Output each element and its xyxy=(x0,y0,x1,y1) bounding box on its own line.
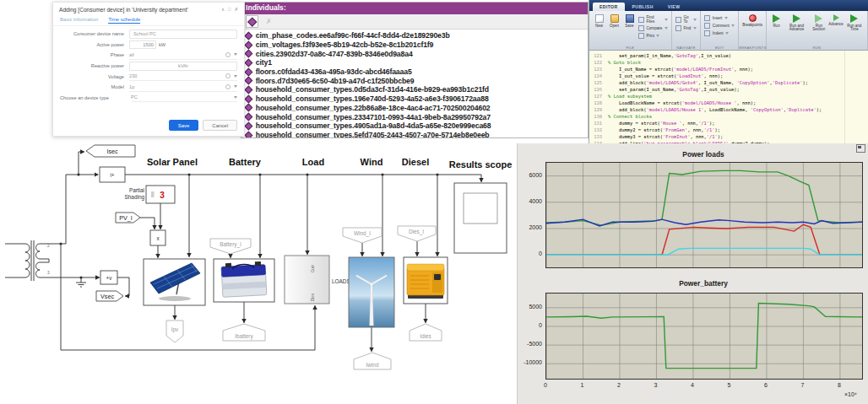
code-line[interactable]: LoadBlockName = strcat('model/LOADS/Hous… xyxy=(608,100,822,106)
code-line[interactable]: add_block('model/LOADS/Goto4', I_out_Nam… xyxy=(608,79,822,86)
maximize-icon[interactable]: □ xyxy=(228,7,231,12)
insert-button[interactable]: Insert xyxy=(704,15,735,21)
phase-field[interactable]: all xyxy=(129,51,237,60)
line-number[interactable]: 131 xyxy=(589,120,602,127)
chevron-down-icon[interactable] xyxy=(234,75,237,78)
list-item[interactable]: household_consumer_types.23347101-0993-4… xyxy=(246,112,583,121)
line-number[interactable]: 132 xyxy=(589,127,602,133)
cancel-button[interactable]: Cancel xyxy=(203,120,237,131)
open-button[interactable]: Open xyxy=(608,13,621,28)
new-button[interactable]: New xyxy=(593,13,605,28)
line-number[interactable]: 133 xyxy=(589,133,602,140)
advance-button[interactable]: Advance xyxy=(830,13,843,26)
line-number[interactable]: 122 xyxy=(589,59,602,66)
voltage-field[interactable]: 230 xyxy=(129,72,237,81)
code-line[interactable]: dummy3 = strcat('FromInut', nnn,'/1'); xyxy=(608,133,822,140)
save-button[interactable]: Save xyxy=(623,13,636,28)
list-item[interactable]: household_consumer_types.5efd7405-2443-4… xyxy=(246,131,583,137)
chevron-down-icon[interactable] xyxy=(234,85,237,88)
line-number[interactable]: 127 xyxy=(589,93,602,100)
line-number[interactable]: 121 xyxy=(589,52,602,59)
line-number[interactable]: 129 xyxy=(589,106,602,113)
code-line[interactable]: add_block('model/LOADS/House 1', LoadBlo… xyxy=(608,106,822,113)
delete-individual-icon[interactable]: ✗ xyxy=(266,19,272,25)
isec-tag[interactable]: Isec xyxy=(86,145,135,157)
code-lines[interactable]: set_param(I_in_Name,'GotoTag',I_in_value… xyxy=(604,51,822,145)
run-time-button[interactable]: Run and Time xyxy=(845,13,864,32)
model-field[interactable]: 1p xyxy=(129,83,237,92)
line-number[interactable]: 128 xyxy=(589,100,602,106)
line-number[interactable]: 125 xyxy=(589,79,602,86)
clear-icon[interactable] xyxy=(225,84,231,90)
code-line[interactable]: % Load subsystem xyxy=(608,93,822,100)
active-power-field[interactable]: 1500kW xyxy=(129,40,237,49)
list-item[interactable]: city1 xyxy=(246,58,583,67)
code-line[interactable]: I_out_Name = strcat('model/LOADS/FromInu… xyxy=(608,66,822,73)
code-line[interactable]: % Goto block xyxy=(608,59,822,66)
vsec-tag[interactable]: Vsec xyxy=(96,291,123,301)
code-line[interactable]: set_param(I_in_Name,'GotoTag',I_in_value… xyxy=(608,52,822,59)
collapse-icon[interactable]: ∧ xyxy=(221,7,225,12)
list-item[interactable]: household_consumer_types.196e740d-5293-4… xyxy=(246,94,583,104)
iwind-tag[interactable]: Iwind xyxy=(354,353,391,369)
list-item[interactable]: household_consumer_types.4905ad1a-9a8d-4… xyxy=(246,121,583,131)
code-line[interactable]: dummy2 = strcat('FromGen', nnn,'/1'); xyxy=(608,127,822,133)
pv-i-tag[interactable]: PV_I xyxy=(116,213,140,223)
line-number[interactable]: 123 xyxy=(589,66,602,73)
choose-an-device-type-field[interactable]: PC xyxy=(131,93,237,102)
results-scope-block[interactable] xyxy=(454,183,507,253)
line-number[interactable]: 130 xyxy=(589,113,602,120)
code-line[interactable]: dummy = strcat('House ', nnn,'/1'); xyxy=(608,120,822,127)
battery-i-tag[interactable]: Battery_I xyxy=(210,239,251,254)
loads-block[interactable]: Curr Dies xyxy=(285,256,329,304)
consumer-device-name-field[interactable]: School PC xyxy=(129,30,237,39)
solar-panel-block[interactable] xyxy=(144,259,205,305)
compare-button[interactable]: Compare xyxy=(638,25,668,31)
find-files-button[interactable]: Find Files xyxy=(638,15,668,24)
list-item[interactable]: cim_phase_codes.ee6af99c-f66f-44cf-8dd4-… xyxy=(246,31,583,40)
list-item[interactable]: floors.d7d30e65-6c50-4b19-a47d-c1f250bbc… xyxy=(246,76,583,85)
close-icon[interactable]: ✗ xyxy=(234,7,238,12)
ibattery-tag[interactable]: Ibattery xyxy=(223,324,265,341)
idies-tag[interactable]: Idies xyxy=(410,324,442,341)
print-button[interactable]: Print xyxy=(638,33,668,39)
ipv-tag[interactable]: Ipv xyxy=(166,321,183,342)
tab-publish[interactable]: PUBLISH xyxy=(626,3,660,11)
line-number[interactable]: 126 xyxy=(589,86,602,93)
battery-block[interactable] xyxy=(214,259,274,302)
add-individual-button[interactable] xyxy=(246,15,258,28)
voltage-sensor-block[interactable]: +v xyxy=(100,271,117,284)
tab-time-schedule[interactable]: Time schedule xyxy=(108,17,140,24)
run-advance-button[interactable]: Run and Advance xyxy=(785,13,808,32)
list-item[interactable]: floors.c0fdad43-436a-495a-93dc-abcd46faa… xyxy=(246,67,583,77)
reactive-power-field[interactable]: kVAr xyxy=(129,62,237,71)
list-item[interactable]: cities.23902d37-0a8c-4747-839b-8346e0d9a… xyxy=(246,49,583,58)
diesel-generator-block[interactable] xyxy=(404,257,448,304)
current-sensor-block[interactable]: i+ xyxy=(100,167,125,182)
run-button[interactable]: Run xyxy=(770,13,783,28)
go-to-button[interactable]: Go To xyxy=(675,15,697,24)
partial-shading-block[interactable]: 3 xyxy=(146,186,175,203)
matlab-code-area[interactable]: 1211221231241251261271281291301311321331… xyxy=(589,51,868,145)
save-button[interactable]: Save xyxy=(169,120,199,131)
list-item[interactable]: household_consumer_types.22b86a8e-18ce-4… xyxy=(246,104,583,113)
tab-view[interactable]: VIEW xyxy=(661,3,687,11)
wind-i-tag[interactable]: Wind_I xyxy=(343,228,382,243)
breakpoints-button[interactable]: Breakpoints xyxy=(742,13,762,27)
chevron-down-icon[interactable] xyxy=(234,96,237,99)
wind-turbine-block[interactable] xyxy=(349,257,394,327)
indent-button[interactable]: Indent xyxy=(704,30,735,36)
list-item[interactable]: household_consumer_types.0d5da3cf-31d4-4… xyxy=(246,85,583,94)
run-section-button[interactable]: Run Section xyxy=(811,13,827,32)
list-item[interactable]: cim_voltages.f3f93ee5-8b19-42cb-b52e-8c1… xyxy=(246,40,583,50)
comment-button[interactable]: Comment xyxy=(704,23,735,29)
clear-icon[interactable] xyxy=(225,52,231,58)
tab-basic-information[interactable]: Basic information xyxy=(60,17,98,24)
code-line[interactable]: set_param(I_out_Name,'GotoTag',I_out_val… xyxy=(608,86,822,93)
clear-icon[interactable] xyxy=(225,73,231,79)
chevron-down-icon[interactable] xyxy=(234,53,237,56)
dies-i-tag[interactable]: Dies_I xyxy=(398,226,436,241)
find-button[interactable]: Find xyxy=(675,25,697,31)
tab-editor[interactable]: EDITOR xyxy=(593,3,625,11)
code-line[interactable]: % Connect blocks xyxy=(608,113,822,120)
